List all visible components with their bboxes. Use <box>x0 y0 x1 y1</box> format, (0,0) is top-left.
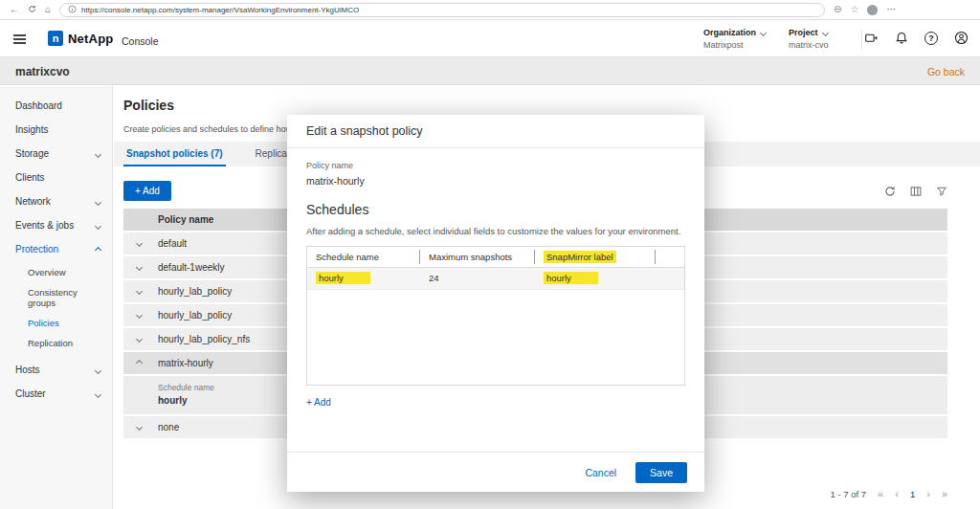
organization-value: Matrixpost <box>703 40 766 50</box>
project-select[interactable]: Project matrix-cvo <box>789 28 829 50</box>
sidebar-item-events-jobs[interactable]: Events & jobs <box>0 213 112 237</box>
site-info-icon[interactable] <box>68 5 77 15</box>
filter-icon[interactable] <box>936 186 947 197</box>
chevron-down-icon <box>95 367 101 374</box>
sidebar-item-hosts[interactable]: Hosts <box>0 358 112 382</box>
brand-name: NetApp <box>68 32 113 46</box>
first-page-icon[interactable]: « <box>878 489 883 499</box>
schedule-name-field[interactable]: hourly <box>307 268 420 289</box>
add-schedule-link[interactable]: + Add <box>306 397 331 408</box>
table-toolbar <box>884 186 947 197</box>
sidebar-subitem-replication[interactable]: Replication <box>0 333 112 353</box>
chevron-down-icon <box>760 29 767 35</box>
column-header-policy-name: Policy name <box>123 214 213 225</box>
cancel-button[interactable]: Cancel <box>585 467 616 478</box>
sidebar-item-storage[interactable]: Storage <box>0 142 112 166</box>
notifications-bell-icon[interactable] <box>895 32 908 45</box>
connector-icon[interactable] <box>864 31 879 45</box>
chevron-down-icon <box>95 391 101 398</box>
policy-name-cell: default <box>123 238 187 249</box>
sidebar-item-label: Events & jobs <box>15 220 74 231</box>
sidebar-item-label: Protection <box>15 244 58 254</box>
schedule-row: hourly 24 hourly <box>307 268 684 290</box>
edit-snapshot-policy-modal: Edit a snapshot policy Policy name matri… <box>287 115 704 492</box>
page-title: Policies <box>123 98 174 113</box>
pagination: 1 - 7 of 7 « ‹ 1 › » <box>831 489 947 499</box>
highlight-mark: SnapMirror label <box>544 251 616 263</box>
add-policy-button[interactable]: + Add <box>123 181 171 201</box>
browser-favorite-star-icon[interactable]: ☆ <box>850 5 858 14</box>
schedules-table-header: Schedule name Maximum snapshots SnapMirr… <box>307 247 684 268</box>
sidebar-subitem-overview[interactable]: Overview <box>0 262 112 282</box>
modal-footer: Cancel Save <box>287 452 704 492</box>
schedules-description: After adding a schedule, select individu… <box>306 226 685 236</box>
column-header-maximum-snapshots: Maximum snapshots <box>420 247 535 267</box>
project-label: Project <box>789 28 818 37</box>
highlight-mark: hourly <box>316 272 370 284</box>
chevron-down-icon <box>95 223 101 230</box>
browser-chrome: ← ⌂ https://console.netapp.com/system-ma… <box>0 0 980 20</box>
snapmirror-label-field[interactable]: hourly <box>535 268 656 289</box>
sidebar-item-insights[interactable]: Insights <box>0 118 112 142</box>
tab-snapshot-policies[interactable]: Snapshot policies (7) <box>123 142 226 166</box>
sidebar-item-label: Clients <box>15 172 45 183</box>
highlight-mark: hourly <box>544 272 598 284</box>
column-header-snapmirror-label: SnapMirror label <box>535 247 656 267</box>
maximum-snapshots-field[interactable]: 24 <box>420 268 535 289</box>
protection-submenu: Overview Consistency groups Policies Rep… <box>0 261 112 358</box>
browser-home-icon[interactable]: ⌂ <box>45 5 51 14</box>
next-page-icon[interactable]: › <box>926 489 930 499</box>
sidebar: Dashboard Insights Storage Clients Netwo… <box>0 86 113 509</box>
project-value: matrix-cvo <box>789 40 829 50</box>
sidebar-item-label: Cluster <box>15 388 46 399</box>
previous-page-icon[interactable]: ‹ <box>895 489 899 499</box>
go-back-link[interactable]: Go back <box>927 66 965 77</box>
sidebar-item-label: Network <box>15 196 51 207</box>
schedules-heading: Schedules <box>306 202 685 217</box>
sidebar-item-network[interactable]: Network <box>0 189 112 213</box>
url-bar[interactable]: https://console.netapp.com/system-manage… <box>59 3 825 17</box>
sidebar-subitem-policies[interactable]: Policies <box>0 313 112 333</box>
browser-profile-avatar[interactable] <box>867 5 878 15</box>
save-button[interactable]: Save <box>635 462 687 483</box>
columns-icon[interactable] <box>910 186 922 197</box>
chevron-up-icon <box>95 247 101 254</box>
chevron-down-icon <box>821 29 828 35</box>
sidebar-item-label: Dashboard <box>15 100 62 111</box>
working-environment-bar: matrixcvo Go back <box>0 57 980 85</box>
current-page-number[interactable]: 1 <box>910 489 915 499</box>
netapp-logo-mark-icon: n <box>48 31 63 46</box>
organization-select[interactable]: Organization Matrixpost <box>703 28 766 50</box>
product-name: Console <box>122 35 159 47</box>
working-environment-title: matrixcvo <box>15 65 70 78</box>
sidebar-item-clients[interactable]: Clients <box>0 166 112 189</box>
refresh-icon[interactable] <box>884 186 896 197</box>
browser-menu-icon[interactable]: ⋯ <box>886 5 896 14</box>
organization-label: Organization <box>703 28 756 37</box>
modal-title: Edit a snapshot policy <box>287 115 704 148</box>
sidebar-item-label: Storage <box>15 148 49 159</box>
netapp-logo[interactable]: n NetApp <box>48 31 113 46</box>
chevron-down-icon <box>95 151 101 158</box>
policy-name-label: Policy name <box>306 161 685 170</box>
last-page-icon[interactable]: » <box>942 489 947 499</box>
sidebar-item-dashboard[interactable]: Dashboard <box>0 94 112 118</box>
sidebar-item-cluster[interactable]: Cluster <box>0 382 112 406</box>
browser-refresh-icon[interactable] <box>28 5 36 15</box>
browser-blocked-icon[interactable]: ⊖ <box>834 5 841 14</box>
sidebar-item-label: Hosts <box>15 365 40 375</box>
browser-back-icon[interactable]: ← <box>10 5 19 14</box>
sidebar-item-protection[interactable]: Protection <box>0 237 112 261</box>
header-divider <box>861 30 862 49</box>
schedules-table: Schedule name Maximum snapshots SnapMirr… <box>306 246 685 386</box>
help-icon[interactable]: ? <box>924 32 938 45</box>
pagination-summary: 1 - 7 of 7 <box>831 489 867 499</box>
sidebar-subitem-consistency-groups[interactable]: Consistency groups <box>0 282 112 313</box>
column-header-schedule-name: Schedule name <box>307 247 420 267</box>
policy-name-cell: none <box>123 422 179 432</box>
sidebar-item-label: Insights <box>15 124 48 135</box>
modal-body: Policy name matrix-hourly Schedules Afte… <box>287 148 704 409</box>
hamburger-menu-icon[interactable] <box>13 34 26 47</box>
account-person-icon[interactable] <box>954 31 969 45</box>
app-header: n NetApp Console Organization Matrixpost… <box>0 20 980 57</box>
